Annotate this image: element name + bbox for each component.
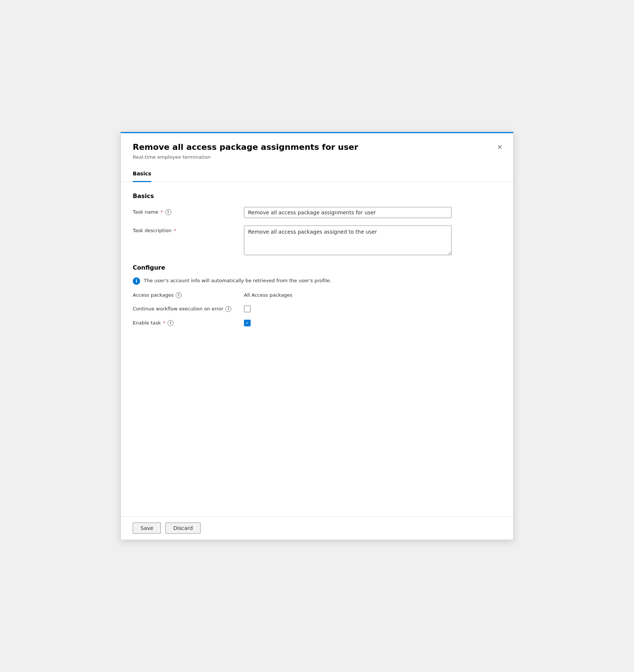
close-button[interactable]: × — [494, 141, 506, 152]
discard-button[interactable]: Discard — [165, 523, 201, 534]
dialog-subtitle: Real-time employee termination — [133, 154, 501, 160]
enable-task-info-icon[interactable]: i — [168, 320, 174, 326]
continue-on-error-label: Continue workflow execution on error i — [133, 306, 244, 312]
task-description-row: Task description * — [133, 225, 501, 255]
task-name-required: * — [161, 209, 163, 215]
info-banner-text: The user's account info will automatical… — [144, 277, 331, 284]
enable-task-required: * — [163, 320, 166, 326]
enable-task-row: Enable task * i — [133, 320, 501, 326]
info-circle-icon: i — [133, 277, 140, 285]
save-button[interactable]: Save — [133, 523, 161, 534]
dialog-content: Basics Task name * i Task description * — [121, 182, 513, 516]
access-packages-label: Access packages i — [133, 292, 244, 298]
task-name-info-icon[interactable]: i — [165, 209, 171, 215]
dialog-title: Remove all access package assignments fo… — [133, 142, 501, 153]
continue-on-error-checkbox-wrapper — [244, 306, 251, 312]
basics-section: Basics Task name * i Task description * — [133, 192, 501, 255]
basics-section-title: Basics — [133, 192, 501, 200]
configure-section: Configure i The user's account info will… — [133, 264, 501, 326]
enable-task-checkbox-wrapper — [244, 320, 251, 326]
task-name-row: Task name * i — [133, 207, 501, 218]
dialog: Remove all access package assignments fo… — [120, 132, 514, 540]
enable-task-label: Enable task * i — [133, 320, 244, 326]
task-description-required: * — [174, 228, 176, 233]
tab-basics[interactable]: Basics — [133, 166, 151, 182]
continue-on-error-row: Continue workflow execution on error i — [133, 306, 501, 312]
access-packages-value: All Access packages — [244, 292, 293, 298]
info-banner: i The user's account info will automatic… — [133, 277, 501, 285]
enable-task-checkbox[interactable] — [244, 320, 251, 326]
continue-on-error-info-icon[interactable]: i — [225, 306, 231, 312]
continue-on-error-checkbox[interactable] — [244, 306, 251, 312]
dialog-footer: Save Discard — [121, 516, 513, 540]
task-description-textarea[interactable] — [244, 225, 452, 255]
access-packages-row: Access packages i All Access packages — [133, 292, 501, 298]
task-name-input[interactable] — [244, 207, 452, 218]
task-name-label: Task name * i — [133, 207, 244, 215]
close-icon: × — [497, 143, 502, 151]
access-packages-info-icon[interactable]: i — [176, 292, 182, 298]
task-description-label: Task description * — [133, 225, 244, 233]
tabs-bar: Basics — [121, 166, 513, 182]
configure-section-title: Configure — [133, 264, 501, 271]
dialog-header: Remove all access package assignments fo… — [121, 133, 513, 166]
